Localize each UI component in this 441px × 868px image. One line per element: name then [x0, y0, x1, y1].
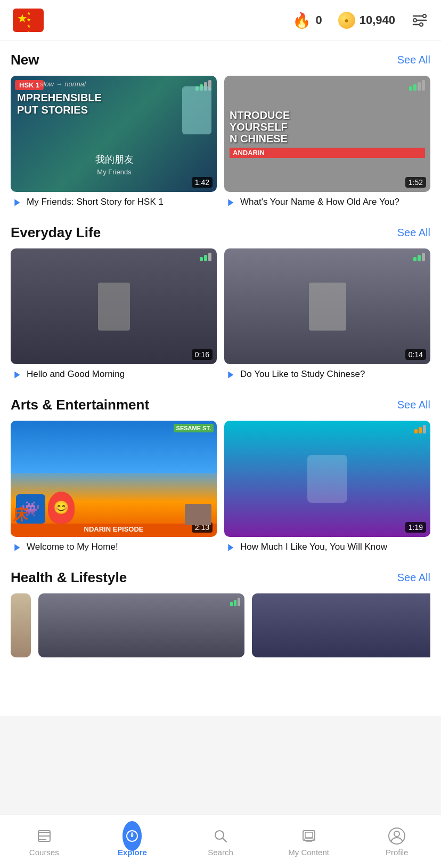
signal-bars-2: [409, 80, 425, 91]
flag-stars-small: ★ ★ ★ ★: [27, 11, 31, 32]
section-arts-header: Arts & Entertainment See All: [11, 397, 430, 413]
nav-search[interactable]: Search: [176, 826, 265, 857]
signal-bars-health1: [230, 598, 240, 606]
hsk1-headline: MPREHENSIBLEPUT STORIES: [17, 92, 102, 116]
nav-my-content[interactable]: My Content: [265, 826, 353, 857]
introduce-overlay: NTRODUCEYOURSELFN CHINESE ANDARIN: [224, 76, 430, 192]
duration-singing: 1:19: [405, 522, 426, 533]
coin-icon: ●: [338, 12, 355, 29]
section-new-header: New See All: [11, 52, 430, 68]
section-health-title: Health & Lifestyle: [11, 569, 127, 586]
section-new-see-all[interactable]: See All: [397, 54, 430, 66]
duration-study: 0:14: [405, 349, 426, 360]
section-everyday-see-all[interactable]: See All: [397, 227, 430, 239]
nav-courses[interactable]: Courses: [0, 826, 88, 857]
introduce-title: NTRODUCEYOURSELFN CHINESE: [230, 109, 425, 144]
card-title-row-introduce: What's Your Name & How Old Are You?: [224, 196, 430, 208]
section-new-title: New: [11, 52, 39, 68]
health-thumb-partial-left[interactable]: [11, 593, 31, 657]
duration-hello: 0:16: [192, 349, 213, 360]
thumb-singing: 1:19: [224, 421, 430, 537]
thumb-introduce: NTRODUCEYOURSELFN CHINESE ANDARIN 1:52: [224, 76, 430, 192]
play-icon-hsk1: [11, 197, 22, 208]
flame-icon: 🔥: [292, 12, 311, 29]
profile-icon: [387, 826, 406, 846]
explore-circle: [123, 821, 142, 851]
flag-star-main: ★: [17, 12, 28, 26]
card-title-sesame: Welcome to My Home!: [27, 541, 118, 553]
singer-silhouette: [307, 455, 347, 503]
bottom-nav: Courses Explore Search: [0, 815, 441, 868]
introduce-sub: ANDARIN: [230, 148, 425, 158]
chinese-char-bed: 床: [13, 505, 28, 525]
language-flag[interactable]: ★ ★ ★ ★ ★: [13, 9, 44, 32]
thumb-sesame: SESAME ST. 👾 😊 床 NDARIN EPISODE 2:13: [11, 421, 217, 537]
play-icon-singing: [224, 542, 236, 553]
card-singing[interactable]: 1:19 How Much I Like You, You Will Know: [224, 421, 430, 553]
svg-point-5: [420, 23, 423, 26]
arts-cards-row: SESAME ST. 👾 😊 床 NDARIN EPISODE 2:13: [11, 421, 430, 553]
card-study[interactable]: 0:14 Do You Like to Study Chinese?: [224, 248, 430, 381]
search-label: Search: [208, 848, 233, 857]
card-title-singing: How Much I Like You, You Will Know: [240, 541, 387, 553]
card-title-hello: Hello and Good Morning: [27, 368, 125, 380]
section-arts-title: Arts & Entertainment: [11, 397, 149, 413]
card-title-row-study: Do You Like to Study Chinese?: [224, 368, 430, 381]
signal-bars-hello: [200, 253, 211, 261]
card-title-row-hsk1: My Friends: Short Story for HSK 1: [11, 196, 217, 208]
health-thumb-1[interactable]: [38, 593, 244, 657]
study-silhouette: [309, 283, 346, 331]
new-cards-row: HSK 1 slow → normal MPREHENSIBLEPUT STOR…: [11, 76, 430, 208]
duration-introduce: 1:52: [405, 177, 426, 188]
courses-icon: [35, 826, 54, 846]
search-icon: [211, 826, 230, 846]
card-title-row-singing: How Much I Like You, You Will Know: [224, 541, 430, 553]
card-title-hsk1: My Friends: Short Story for HSK 1: [27, 196, 164, 208]
svg-rect-15: [305, 832, 313, 838]
section-health-header: Health & Lifestyle See All: [11, 569, 430, 586]
duration-hsk1: 1:42: [192, 177, 213, 188]
bed: [185, 504, 211, 525]
section-new: New See All HSK 1 slow → normal MPREHENS…: [0, 41, 441, 214]
thumb-hello: 0:16: [11, 248, 217, 365]
card-title-row-sesame: Welcome to My Home!: [11, 541, 217, 553]
hello-silhouette: [98, 283, 130, 331]
explore-icon: [123, 826, 142, 846]
section-everyday-title: Everyday Life: [11, 224, 101, 241]
section-health-see-all[interactable]: See All: [397, 572, 430, 584]
health-cards-row: [11, 593, 430, 657]
section-everyday-header: Everyday Life See All: [11, 224, 430, 241]
health-thumb-2[interactable]: [252, 593, 430, 657]
svg-line-11: [223, 838, 226, 842]
signal-bars-study: [413, 253, 425, 261]
nav-profile[interactable]: Profile: [353, 826, 441, 857]
sesame-episode-label: NDARIN EPISODE: [11, 524, 217, 535]
signal-bars-singing: [414, 425, 426, 433]
hsk1-illustration: [182, 86, 211, 134]
card-title-row-hello: Hello and Good Morning: [11, 368, 217, 381]
hsk1-chinese: 我的朋友 My Friends: [17, 153, 211, 177]
streak-count: 0: [315, 13, 322, 27]
explore-label: Explore: [118, 848, 147, 857]
card-introduce[interactable]: NTRODUCEYOURSELFN CHINESE ANDARIN 1:52 W…: [224, 76, 430, 208]
nav-explore[interactable]: Explore: [88, 826, 177, 857]
coins-counter: ● 10,940: [338, 12, 395, 29]
card-hsk1[interactable]: HSK 1 slow → normal MPREHENSIBLEPUT STOR…: [11, 76, 217, 208]
main-content: New See All HSK 1 slow → normal MPREHENS…: [0, 41, 441, 716]
play-icon-sesame: [11, 542, 22, 553]
streak-counter: 🔥 0: [292, 12, 322, 29]
card-title-study: Do You Like to Study Chinese?: [240, 368, 365, 380]
play-icon-introduce: [224, 197, 236, 208]
svg-marker-8: [130, 832, 134, 835]
settings-button[interactable]: [411, 12, 428, 29]
card-hello[interactable]: 0:16 Hello and Good Morning: [11, 248, 217, 381]
thumb-hsk1: HSK 1 slow → normal MPREHENSIBLEPUT STOR…: [11, 76, 217, 192]
thumb-study: 0:14: [224, 248, 430, 365]
app-header: ★ ★ ★ ★ ★ 🔥 0 ● 10,940: [0, 0, 441, 41]
speed-label: slow → normal: [40, 80, 86, 88]
section-arts-see-all[interactable]: See All: [397, 399, 430, 411]
section-health: Health & Lifestyle See All: [0, 559, 441, 663]
coins-count: 10,940: [360, 13, 395, 27]
card-sesame[interactable]: SESAME ST. 👾 😊 床 NDARIN EPISODE 2:13: [11, 421, 217, 553]
section-everyday: Everyday Life See All 0:16 H: [0, 214, 441, 387]
